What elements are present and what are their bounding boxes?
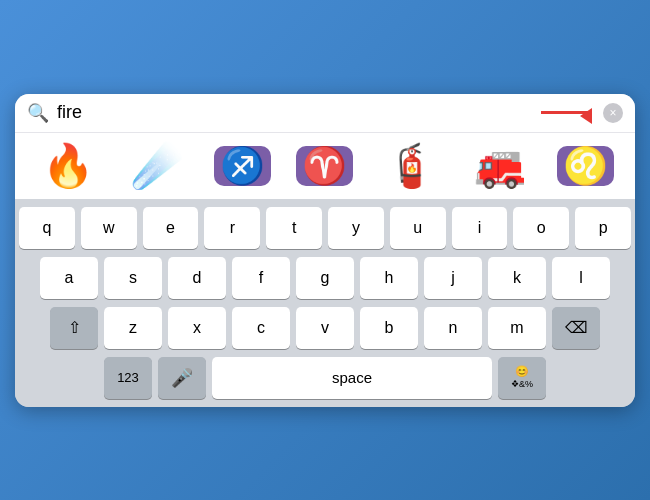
key-m[interactable]: m	[488, 307, 546, 349]
key-s[interactable]: s	[104, 257, 162, 299]
arrow-indicator	[541, 111, 595, 114]
key-f[interactable]: f	[232, 257, 290, 299]
space-key[interactable]: space	[212, 357, 492, 399]
emoji-comet[interactable]: ☄️	[125, 143, 189, 189]
key-j[interactable]: j	[424, 257, 482, 299]
key-r[interactable]: r	[204, 207, 260, 249]
emoji-key[interactable]: 😊 ❖&%	[498, 357, 546, 399]
key-a[interactable]: a	[40, 257, 98, 299]
emoji-keyboard-icon: 😊 ❖&%	[511, 365, 533, 390]
key-o[interactable]: o	[513, 207, 569, 249]
emoji-results-row: 🔥 ☄️ ♐ ♈ 🧯 🚒 ♌	[15, 132, 635, 199]
key-v[interactable]: v	[296, 307, 354, 349]
key-b[interactable]: b	[360, 307, 418, 349]
key-k[interactable]: k	[488, 257, 546, 299]
key-x[interactable]: x	[168, 307, 226, 349]
key-row-1: q w e r t y u i o p	[19, 207, 631, 249]
key-h[interactable]: h	[360, 257, 418, 299]
key-z[interactable]: z	[104, 307, 162, 349]
key-u[interactable]: u	[390, 207, 446, 249]
delete-icon: ⌫	[565, 318, 588, 337]
key-e[interactable]: e	[143, 207, 199, 249]
key-g[interactable]: g	[296, 257, 354, 299]
key-row-2: a s d f g h j k l	[19, 257, 631, 299]
shift-icon: ⇧	[68, 318, 81, 337]
key-l[interactable]: l	[552, 257, 610, 299]
keyboard-container: 🔍 × 🔥 ☄️ ♐ ♈ 🧯 🚒 ♌ q w e r t y u i o p	[15, 94, 635, 407]
bottom-row: 123 🎤 space 😊 ❖&%	[19, 357, 631, 399]
key-y[interactable]: y	[328, 207, 384, 249]
shift-key[interactable]: ⇧	[50, 307, 98, 349]
search-input[interactable]	[57, 102, 533, 123]
numbers-key[interactable]: 123	[104, 357, 152, 399]
search-icon: 🔍	[27, 102, 49, 124]
microphone-key[interactable]: 🎤	[158, 357, 206, 399]
emoji-fire[interactable]: 🔥	[36, 143, 100, 189]
key-c[interactable]: c	[232, 307, 290, 349]
key-n[interactable]: n	[424, 307, 482, 349]
key-i[interactable]: i	[452, 207, 508, 249]
emoji-fire-extinguisher[interactable]: 🧯	[379, 143, 443, 189]
key-q[interactable]: q	[19, 207, 75, 249]
key-p[interactable]: p	[575, 207, 631, 249]
emoji-aries[interactable]: ♈	[296, 146, 353, 186]
clear-button[interactable]: ×	[603, 103, 623, 123]
delete-key[interactable]: ⌫	[552, 307, 600, 349]
emoji-leo[interactable]: ♌	[557, 146, 614, 186]
emoji-fire-truck[interactable]: 🚒	[468, 143, 532, 189]
keyboard-area: q w e r t y u i o p a s d f g h j k l ⇧	[15, 199, 635, 407]
red-arrow-icon	[541, 111, 591, 114]
key-w[interactable]: w	[81, 207, 137, 249]
key-t[interactable]: t	[266, 207, 322, 249]
key-row-3: ⇧ z x c v b n m ⌫	[19, 307, 631, 349]
microphone-icon: 🎤	[171, 367, 193, 389]
search-bar: 🔍 ×	[15, 94, 635, 132]
emoji-sagittarius[interactable]: ♐	[214, 146, 271, 186]
key-d[interactable]: d	[168, 257, 226, 299]
